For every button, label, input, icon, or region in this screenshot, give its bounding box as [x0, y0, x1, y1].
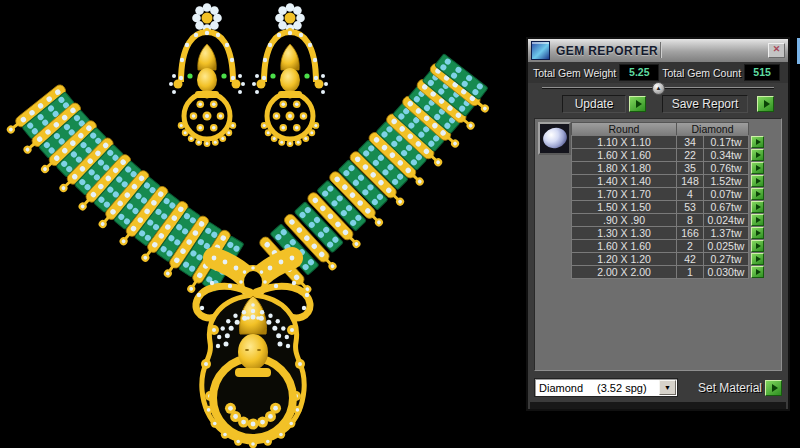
totals-row: Total Gem Weight 5.25 Total Gem Count 51…: [528, 62, 788, 83]
gem-count-cell: 8: [676, 213, 704, 227]
panel-title: GEM REPORTER: [556, 44, 658, 58]
actions-row: Update Save Report: [528, 92, 788, 116]
material-column-header: Diamond: [676, 122, 749, 136]
gem-count-cell: 148: [676, 174, 704, 188]
green-play-arrow-icon: [756, 139, 761, 145]
green-play-arrow-icon: [764, 100, 770, 108]
highlight-gems-button[interactable]: [751, 253, 764, 265]
pendant: [196, 256, 310, 448]
material-name: Diamond: [539, 382, 583, 394]
table-row[interactable]: 1.30 X 1.30 166 1.37tw: [571, 226, 764, 240]
highlight-gems-button[interactable]: [751, 188, 764, 200]
gem-count-cell: 42: [676, 252, 704, 266]
earring-right: [252, 3, 328, 147]
total-gem-count-label: Total Gem Count: [662, 67, 741, 79]
table-row[interactable]: 1.50 X 1.50 53 0.67tw: [571, 200, 764, 214]
gem-weight-cell: 0.76tw: [703, 161, 749, 175]
set-material-run-button[interactable]: [765, 380, 782, 396]
total-gem-count-value: 515: [744, 64, 780, 81]
gem-count-cell: 4: [676, 187, 704, 201]
green-play-arrow-icon: [772, 384, 778, 392]
green-play-arrow-icon: [636, 100, 642, 108]
table-header: Round Diamond: [571, 122, 764, 136]
gem-weight-cell: 0.34tw: [703, 148, 749, 162]
gem-count-cell: 1: [676, 265, 704, 279]
material-row: Diamond (3.52 spg) ▼ Set Material: [534, 377, 782, 398]
gem-weight-cell: 1.52tw: [703, 174, 749, 188]
round-gem-icon: [540, 125, 568, 151]
title-bar[interactable]: GEM REPORTER ✕: [528, 39, 788, 62]
update-button[interactable]: Update: [562, 95, 626, 113]
gem-weight-cell: 0.17tw: [703, 135, 749, 149]
gem-count-cell: 35: [676, 161, 704, 175]
table-row[interactable]: 1.10 X 1.10 34 0.17tw: [571, 135, 764, 149]
green-play-arrow-icon: [756, 204, 761, 210]
titlebar-divider: [660, 42, 662, 58]
material-dropdown[interactable]: Diamond (3.52 spg) ▼: [534, 378, 678, 397]
table-row[interactable]: .90 X .90 8 0.024tw: [571, 213, 764, 227]
gem-size-cell: 1.10 X 1.10: [571, 135, 677, 149]
gem-table-container: Round Diamond 1.10 X 1.10 34 0.17tw 1.60…: [534, 118, 782, 371]
total-gem-weight-label: Total Gem Weight: [533, 67, 616, 79]
panel-base: [530, 402, 786, 409]
gem-preview-tile[interactable]: [538, 122, 571, 155]
close-icon[interactable]: ✕: [768, 43, 785, 58]
gem-weight-cell: 0.030tw: [703, 265, 749, 279]
gem-weight-cell: 0.07tw: [703, 187, 749, 201]
highlight-gems-button[interactable]: [751, 266, 764, 278]
gem-weight-cell: 0.27tw: [703, 252, 749, 266]
gem-size-cell: 2.00 X 2.00: [571, 265, 677, 279]
set-material-button[interactable]: Set Material: [698, 381, 762, 395]
gem-count-cell: 22: [676, 148, 704, 162]
highlight-gems-button[interactable]: [751, 136, 764, 148]
highlight-gems-button[interactable]: [751, 201, 764, 213]
save-report-button[interactable]: Save Report: [662, 95, 748, 113]
gem-weight-cell: 0.024tw: [703, 213, 749, 227]
gem-size-cell: 1.30 X 1.30: [571, 226, 677, 240]
green-play-arrow-icon: [756, 269, 761, 275]
gem-size-cell: 1.80 X 1.80: [571, 161, 677, 175]
green-play-arrow-icon: [756, 178, 761, 184]
green-play-arrow-icon: [756, 165, 761, 171]
table-row[interactable]: 1.20 X 1.20 42 0.27tw: [571, 252, 764, 266]
gem-size-cell: 1.70 X 1.70: [571, 187, 677, 201]
table-row[interactable]: 1.80 X 1.80 35 0.76tw: [571, 161, 764, 175]
highlight-gems-button[interactable]: [751, 227, 764, 239]
green-play-arrow-icon: [756, 230, 761, 236]
gem-size-cell: 1.60 X 1.60: [571, 148, 677, 162]
green-play-arrow-icon: [756, 243, 761, 249]
gem-count-cell: 53: [676, 200, 704, 214]
highlight-gems-button[interactable]: [751, 149, 764, 161]
gem-weight-cell: 0.025tw: [703, 239, 749, 253]
highlight-gems-button[interactable]: [751, 162, 764, 174]
green-play-arrow-icon: [756, 191, 761, 197]
table-row[interactable]: 2.00 X 2.00 1 0.030tw: [571, 265, 764, 279]
total-gem-weight-value: 5.25: [619, 64, 659, 81]
gem-count-cell: 2: [676, 239, 704, 253]
table-row[interactable]: 1.40 X 1.40 148 1.52tw: [571, 174, 764, 188]
update-run-button[interactable]: [629, 96, 646, 112]
table-row[interactable]: 1.60 X 1.60 22 0.34tw: [571, 148, 764, 162]
table-row[interactable]: 1.60 X 1.60 2 0.025tw: [571, 239, 764, 253]
app-window: GEM REPORTER ✕ Total Gem Weight 5.25 Tot…: [0, 0, 800, 448]
table-body: 1.10 X 1.10 34 0.17tw 1.60 X 1.60 22 0.3…: [571, 135, 764, 279]
highlight-gems-button[interactable]: [751, 240, 764, 252]
green-play-arrow-icon: [756, 256, 761, 262]
gem-reporter-app-icon: [531, 41, 550, 60]
save-report-run-button[interactable]: [757, 96, 774, 112]
shape-column-header: Round: [571, 122, 677, 136]
table-row[interactable]: 1.70 X 1.70 4 0.07tw: [571, 187, 764, 201]
gem-count-cell: 166: [676, 226, 704, 240]
earring-left: [169, 3, 245, 147]
gem-count-cell: 34: [676, 135, 704, 149]
highlight-gems-button[interactable]: [751, 175, 764, 187]
green-play-arrow-icon: [756, 217, 761, 223]
chevron-down-icon[interactable]: ▼: [659, 380, 676, 395]
material-density: (3.52 spg): [597, 382, 647, 394]
collapse-divider: ▲: [528, 83, 788, 92]
gem-weight-cell: 1.37tw: [703, 226, 749, 240]
highlight-gems-button[interactable]: [751, 214, 764, 226]
gem-size-cell: .90 X .90: [571, 213, 677, 227]
collapse-up-arrow-icon[interactable]: ▲: [652, 82, 665, 95]
gem-size-cell: 1.20 X 1.20: [571, 252, 677, 266]
